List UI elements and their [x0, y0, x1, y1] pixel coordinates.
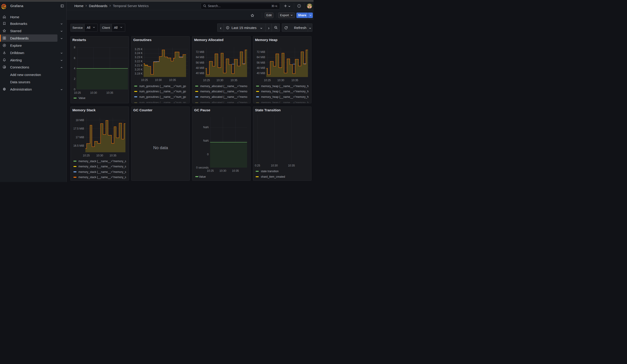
svg-text:Value: Value	[199, 175, 206, 178]
svg-text:10:25: 10:25	[74, 91, 81, 95]
svg-text:memory_stack {__name__="memory: memory_stack {__name__="memory_s	[78, 170, 126, 173]
svg-text:3.22 K: 3.22 K	[135, 60, 143, 63]
svg-text:memory_allocated {__name__="me: memory_allocated {__name__="memo	[200, 85, 247, 88]
svg-text:10:35: 10:35	[288, 164, 295, 167]
svg-text:10:30: 10:30	[219, 169, 226, 172]
svg-text:10:35: 10:35	[291, 79, 298, 82]
svg-text:56 MiB: 56 MiB	[196, 61, 204, 64]
svg-text:3.21 K: 3.21 K	[135, 64, 143, 67]
svg-text:10:25: 10:25	[203, 79, 210, 82]
svg-text:10:25: 10:25	[264, 79, 271, 82]
svg-text:48 MiB: 48 MiB	[257, 66, 265, 70]
svg-text:10:25: 10:25	[207, 169, 214, 172]
svg-text:0 seconds: 0 seconds	[196, 166, 209, 169]
svg-text:memory_stack {__name__="memory: memory_stack {__name__="memory_s	[78, 176, 126, 179]
svg-text:10:30: 10:30	[271, 164, 278, 167]
svg-text:10:25: 10:25	[141, 78, 148, 82]
svg-text:56 MiB: 56 MiB	[257, 61, 265, 64]
svg-text:0: 0	[207, 153, 209, 156]
svg-text:4: 4	[74, 67, 75, 70]
svg-text:3.25 K: 3.25 K	[135, 48, 143, 51]
svg-text:memory_heap {__name__="memory_: memory_heap {__name__="memory_h	[261, 90, 309, 93]
svg-text:8: 8	[74, 46, 75, 49]
svg-text:48 MiB: 48 MiB	[196, 66, 204, 70]
svg-text:10:30: 10:30	[216, 79, 223, 82]
svg-text:72 MiB: 72 MiB	[257, 51, 265, 53]
svg-text:memory_heap {__name__="memory_: memory_heap {__name__="memory_h	[261, 101, 309, 103]
svg-text:10:35: 10:35	[169, 78, 176, 82]
svg-text:num_goroutines {__name__="num_: num_goroutines {__name__="num_go	[139, 101, 186, 103]
svg-text:0: 0	[74, 88, 75, 91]
svg-text:memory_stack {__name__="memory: memory_stack {__name__="memory_s	[78, 159, 126, 163]
svg-text:40 MiB: 40 MiB	[196, 72, 204, 75]
svg-text:memory_stack {__name__="memory: memory_stack {__name__="memory_s	[78, 165, 126, 168]
svg-text:17.5 MiB: 17.5 MiB	[73, 127, 84, 130]
svg-text:NaN: NaN	[203, 139, 209, 142]
svg-text:10:30: 10:30	[96, 154, 103, 157]
svg-text:64 MiB: 64 MiB	[257, 56, 265, 59]
svg-text:NaN: NaN	[203, 126, 209, 129]
svg-text:num_goroutines {__name__="num_: num_goroutines {__name__="num_go	[139, 85, 186, 88]
svg-text:40 MiB: 40 MiB	[257, 72, 265, 75]
svg-text:10:35: 10:35	[106, 91, 113, 95]
svg-text:10:35: 10:35	[109, 154, 116, 157]
svg-text:10:30: 10:30	[277, 79, 284, 82]
svg-text:0:25: 0:25	[255, 164, 260, 167]
svg-text:18 MiB: 18 MiB	[75, 119, 84, 122]
svg-text:17 MiB: 17 MiB	[75, 135, 84, 139]
svg-text:shard_item_created: shard_item_created	[261, 175, 285, 178]
svg-text:72 MiB: 72 MiB	[196, 51, 204, 53]
svg-text:16.5 MiB: 16.5 MiB	[73, 144, 84, 147]
svg-text:3.19 K: 3.19 K	[135, 72, 143, 75]
svg-text:2: 2	[74, 77, 75, 81]
svg-text:state transition: state transition	[261, 170, 279, 173]
svg-text:10:30: 10:30	[90, 91, 97, 95]
svg-text:num_goroutines {__name__="num_: num_goroutines {__name__="num_go	[139, 90, 186, 93]
svg-text:10:35: 10:35	[230, 79, 237, 82]
svg-text:10:35: 10:35	[232, 169, 239, 172]
svg-text:3.20 K: 3.20 K	[135, 68, 143, 71]
svg-text:memory_heap {__name__="memory_: memory_heap {__name__="memory_h	[261, 85, 309, 88]
svg-text:memory_allocated {__name__="me: memory_allocated {__name__="memo	[200, 90, 247, 93]
svg-text:3.23 K: 3.23 K	[135, 56, 143, 59]
svg-text:64 MiB: 64 MiB	[196, 56, 204, 59]
svg-text:10:25: 10:25	[83, 154, 90, 157]
svg-text:10:30: 10:30	[155, 78, 162, 82]
svg-text:memory_allocated {__name__="me: memory_allocated {__name__="memo	[200, 95, 247, 99]
svg-text:Value: Value	[78, 97, 85, 100]
svg-text:memory_allocated {__name__="me: memory_allocated {__name__="memo	[200, 101, 247, 103]
svg-text:6: 6	[74, 56, 75, 60]
svg-text:No data: No data	[153, 145, 168, 150]
svg-text:3.24 K: 3.24 K	[135, 52, 143, 55]
svg-text:memory_heap {__name__="memory_: memory_heap {__name__="memory_h	[261, 95, 309, 99]
svg-text:num_goroutines {__name__="num_: num_goroutines {__name__="num_go	[139, 95, 186, 99]
